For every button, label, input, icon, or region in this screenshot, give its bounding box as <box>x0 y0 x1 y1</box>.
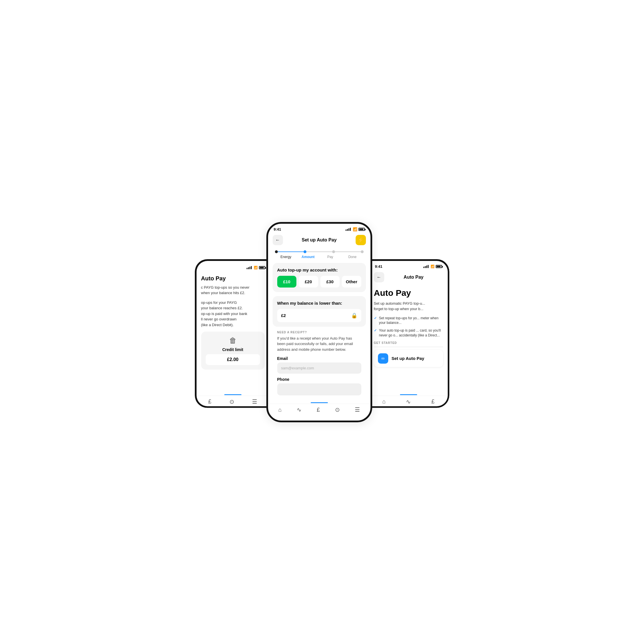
signal-bars-right <box>423 265 429 268</box>
check-item-2: ✓ Your auto top-up is paid ... card, so … <box>374 328 443 338</box>
nav-home-right[interactable]: ⌂ <box>382 398 386 405</box>
left-description-2: op-ups for your PAYG your balance reache… <box>201 300 265 328</box>
bottom-indicator-right <box>400 394 417 395</box>
amount-options: £10 £20 £30 Other <box>277 276 361 288</box>
nav-meter-right[interactable]: £ <box>431 398 435 405</box>
phone-input[interactable] <box>277 383 361 395</box>
email-label: Email <box>277 356 361 361</box>
nav-pound[interactable]: £ <box>208 398 211 405</box>
back-button-right[interactable]: ← <box>374 272 384 282</box>
signal-bars <box>247 266 252 269</box>
battery-icon-center <box>358 228 365 231</box>
bottom-nav-center: ⌂ ∿ £ ⊙ ☰ <box>268 404 370 414</box>
right-main-title: Auto Pay <box>374 288 443 298</box>
credit-value: £2.00 <box>206 354 260 365</box>
bottom-nav-right: ⌂ ∿ £ <box>369 396 448 406</box>
nav-help[interactable]: ⊙ <box>229 398 234 405</box>
balance-card-title: When my balance is lower than: <box>277 301 361 306</box>
step-label-amount: Amount <box>297 255 319 259</box>
step-label-done: Done <box>341 255 364 259</box>
infinity-icon: ∞ <box>378 353 388 364</box>
battery-icon <box>259 266 265 269</box>
nav-bar-right: ← Auto Pay <box>369 270 448 285</box>
status-bar-center: 9:41 📶 <box>268 224 370 233</box>
nav-menu[interactable]: ☰ <box>252 398 257 405</box>
balance-input[interactable]: £2 🔒 <box>277 309 361 322</box>
nav-bar-center: ← Set up Auto Pay ⚡ <box>268 233 370 247</box>
bottom-nav-left: £ ⊙ ☰ <box>197 396 269 406</box>
balance-value: £2 <box>281 313 286 318</box>
balance-card: When my balance is lower than: £2 🔒 <box>273 296 366 327</box>
bolt-button[interactable]: ⚡ <box>356 235 366 245</box>
receipt-section: NEED A RECEIPT? If you'd like a receipt … <box>273 331 366 396</box>
nav-meter-center[interactable]: £ <box>317 407 320 413</box>
nav-title-center: Set up Auto Pay <box>283 237 356 243</box>
back-button[interactable]: ← <box>273 235 283 245</box>
nav-usage-right[interactable]: ∿ <box>406 398 411 405</box>
amount-30[interactable]: £30 <box>320 276 340 288</box>
setup-autopay-button[interactable]: ∞ Set up Auto Pay <box>374 350 443 367</box>
time-right: 9:41 <box>375 264 383 269</box>
bottom-indicator <box>224 394 241 395</box>
check-item-1: ✓ Set repeat top-ups for yo... meter whe… <box>374 316 443 326</box>
step-dot-3 <box>332 250 335 253</box>
battery-icon-right <box>436 265 442 268</box>
step-line-1 <box>278 251 304 252</box>
nav-menu-center[interactable]: ☰ <box>355 406 360 413</box>
nav-usage-center[interactable]: ∿ <box>297 406 302 413</box>
step-dot-1 <box>275 250 278 253</box>
left-description: c PAYG top-ups so you never when your ba… <box>201 285 265 296</box>
checkmark-1: ✓ <box>374 316 377 326</box>
receipt-label: NEED A RECEIPT? <box>277 331 361 334</box>
wifi-icon: 📶 <box>254 266 258 270</box>
time-center: 9:41 <box>274 227 281 231</box>
step-line-2 <box>306 251 332 252</box>
amount-other[interactable]: Other <box>342 276 361 288</box>
phone-label: Phone <box>277 377 361 382</box>
step-label-energy: Energy <box>275 255 297 259</box>
center-phone: 9:41 📶 ← Set up Auto Pay ⚡ <box>266 222 372 422</box>
bottom-indicator-center <box>311 402 328 403</box>
credit-limit-card: 🗑 Credit limit £2.00 <box>201 332 265 370</box>
step-label-pay: Pay <box>319 255 342 259</box>
nav-help-center[interactable]: ⊙ <box>335 406 340 413</box>
wifi-icon-right: 📶 <box>431 265 435 268</box>
get-started-label: GET STARTED <box>374 341 443 344</box>
signal-bars-center <box>346 228 351 231</box>
credit-label: Credit limit <box>222 347 243 352</box>
lock-icon: 🔒 <box>351 312 357 319</box>
step-line-3 <box>335 251 361 252</box>
status-bar-right: 9:41 📶 <box>369 261 448 270</box>
nav-home-center[interactable]: ⌂ <box>278 407 282 413</box>
left-title: Auto Pay <box>201 275 265 282</box>
nav-title-right: Auto Pay <box>384 275 443 280</box>
right-description: Set up automatic PAYG top-u...forget to … <box>374 301 443 312</box>
amount-10[interactable]: £10 <box>277 276 297 288</box>
right-phone: 9:41 📶 ← Auto Pay Auto Pa <box>369 259 449 408</box>
left-phone: 📶 Auto Pay c PAYG top-ups so you never w… <box>195 259 269 408</box>
email-input[interactable]: sam@example.com <box>277 362 361 374</box>
amount-card: Auto top-up my account with: £10 £20 £30… <box>273 263 366 292</box>
step-dot-2 <box>304 250 306 253</box>
setup-btn-text: Set up Auto Pay <box>392 356 424 361</box>
trash-icon[interactable]: 🗑 <box>229 336 237 345</box>
checkmark-2: ✓ <box>374 328 377 338</box>
amount-card-title: Auto top-up my account with: <box>277 267 361 272</box>
step-dot-4 <box>361 250 364 253</box>
receipt-desc: If you'd like a receipt when your Auto P… <box>277 336 361 352</box>
wifi-icon-center: 📶 <box>353 227 357 231</box>
amount-20[interactable]: £20 <box>299 276 318 288</box>
